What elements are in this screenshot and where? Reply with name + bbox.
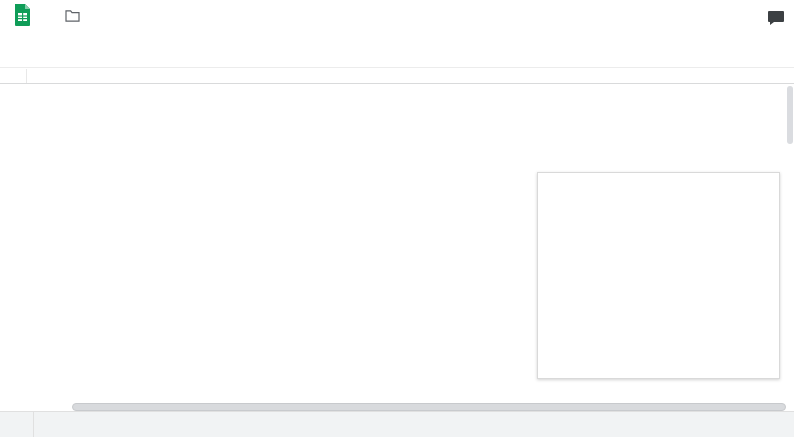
- comment-history-button[interactable]: [767, 10, 785, 30]
- toolbar: [0, 47, 794, 68]
- formula-bar: [0, 69, 794, 84]
- comment-bubble-icon: [767, 10, 785, 26]
- horizontal-scrollbar[interactable]: [72, 403, 786, 411]
- move-folder-icon[interactable]: [65, 9, 80, 22]
- menu-bar: [0, 30, 794, 47]
- formula-input[interactable]: [26, 69, 794, 83]
- vertical-scrollbar[interactable]: [787, 86, 793, 144]
- add-sheet-button[interactable]: [0, 412, 34, 437]
- embedded-chart[interactable]: [537, 172, 780, 379]
- sheet-tab-bar: [0, 411, 794, 437]
- google-sheets-app: { "titlebar": { "title": "Couch to 5K Tr…: [0, 0, 794, 437]
- title-bar: [0, 0, 794, 30]
- sheets-logo-icon[interactable]: [14, 4, 31, 26]
- folder-icon: [65, 9, 80, 22]
